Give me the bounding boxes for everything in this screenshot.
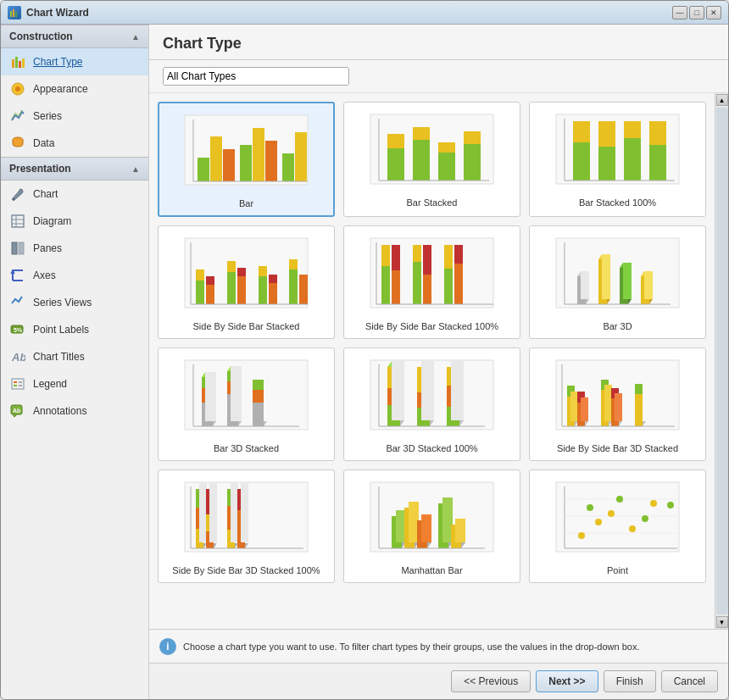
svg-rect-86 <box>423 245 431 275</box>
sidebar-item-annotations[interactable]: Ab Annotations <box>1 397 148 425</box>
chart-label-bar-stacked-100: Bar Stacked 100% <box>579 196 656 209</box>
sidebar-item-chart-type[interactable]: Chart Type <box>1 48 148 75</box>
svg-rect-75 <box>299 275 308 304</box>
svg-point-217 <box>595 519 602 525</box>
panes-label: Panes <box>33 242 62 254</box>
presentation-label: Presentation <box>9 163 71 175</box>
scroll-thumb[interactable] <box>716 108 728 614</box>
svg-rect-187 <box>231 483 238 542</box>
bar-chart-icon <box>9 53 26 70</box>
sidebar-item-diagram[interactable]: Diagram <box>1 208 148 235</box>
sidebar-item-legend[interactable]: Legend <box>1 370 148 397</box>
point-labels-label: Point Labels <box>33 324 89 336</box>
scroll-up[interactable]: ▲ <box>716 94 728 106</box>
scrollbar[interactable]: ▲ ▼ <box>715 93 728 629</box>
construction-section-header[interactable]: Construction ▲ <box>1 25 148 48</box>
sidebar-item-point-labels[interactable]: 5% Point Labels <box>1 316 148 343</box>
svg-rect-1 <box>13 9 14 17</box>
next-button[interactable]: Next >> <box>536 670 598 692</box>
svg-rect-80 <box>381 245 390 266</box>
svg-rect-31 <box>240 145 252 181</box>
svg-rect-41 <box>413 140 430 181</box>
presentation-section-header[interactable]: Presentation ▲ <box>1 157 148 181</box>
info-bar: i Choose a chart type you want to use. T… <box>149 629 728 663</box>
svg-rect-84 <box>413 245 421 262</box>
info-icon: i <box>159 638 176 655</box>
svg-rect-69 <box>259 276 267 304</box>
sidebar-item-chart[interactable]: Chart <box>1 181 148 208</box>
svg-rect-0 <box>10 11 12 17</box>
chart-card-side-by-side-3d[interactable]: Side By Side Bar 3D Stacked <box>529 347 706 461</box>
chart-card-bar-stacked-100[interactable]: Bar Stacked 100% <box>529 102 706 217</box>
svg-rect-28 <box>198 158 209 181</box>
prev-button[interactable]: << Previous <box>451 670 531 692</box>
cancel-button[interactable]: Cancel <box>661 670 718 692</box>
window-controls: — □ ✕ <box>672 6 721 19</box>
panes-icon <box>9 240 26 257</box>
sidebar-item-axes[interactable]: Axes <box>1 262 148 289</box>
svg-point-220 <box>650 500 657 507</box>
svg-rect-3 <box>12 59 14 68</box>
chart-thumb-side-by-side-100 <box>349 231 515 316</box>
chart-titles-icon: Ab <box>9 348 26 365</box>
sidebar-item-series[interactable]: Series <box>1 103 148 130</box>
chart-wizard-window: Chart Wizard — □ ✕ Construction ▲ Chart … <box>0 0 729 700</box>
sidebar-item-appearance[interactable]: Appearance <box>1 75 148 103</box>
chart-card-side-by-side-3d-100[interactable]: Side By Side Bar 3D Stacked 100% <box>158 469 335 583</box>
finish-button[interactable]: Finish <box>604 670 656 692</box>
chart-type-dropdown[interactable]: All Chart Types Bar Line Pie Area Point <box>163 67 349 86</box>
svg-rect-82 <box>392 245 400 270</box>
svg-rect-51 <box>573 121 590 142</box>
chart-label-manhattan: Manhattan Bar <box>401 564 462 577</box>
svg-rect-168 <box>635 394 643 426</box>
chart-thumb-bar-3d-stacked <box>164 353 329 438</box>
diagram-icon <box>9 213 26 230</box>
close-button[interactable]: ✕ <box>706 6 721 19</box>
restore-button[interactable]: □ <box>689 6 704 19</box>
chart-card-manhattan[interactable]: Manhattan Bar <box>343 469 520 583</box>
svg-text:5%: 5% <box>14 327 23 333</box>
svg-rect-194 <box>370 482 493 552</box>
svg-rect-105 <box>623 263 632 299</box>
svg-rect-53 <box>598 121 615 147</box>
chart-card-side-by-side[interactable]: Side By Side Bar Stacked <box>158 225 335 339</box>
svg-rect-30 <box>223 149 235 181</box>
svg-point-219 <box>629 525 636 532</box>
chart-card-bar-stacked[interactable]: Bar Stacked <box>343 102 520 217</box>
scroll-down[interactable]: ▼ <box>716 616 728 628</box>
sidebar-item-panes[interactable]: Panes <box>1 235 148 262</box>
chart-grid: Bar <box>149 93 715 629</box>
point-labels-icon: 5% <box>9 321 26 338</box>
svg-rect-63 <box>206 285 214 304</box>
svg-rect-88 <box>444 245 453 269</box>
chart-label-bar-stacked: Bar Stacked <box>407 196 458 209</box>
chart-card-bar-3d-stacked[interactable]: Bar 3D Stacked <box>158 347 335 461</box>
sidebar-item-chart-titles[interactable]: Ab Chart Titles <box>1 343 148 370</box>
chart-label-side-by-side-100: Side By Side Bar Stacked 100% <box>365 319 498 333</box>
svg-rect-203 <box>421 514 431 542</box>
svg-rect-166 <box>615 393 622 421</box>
chart-card-point[interactable]: Point <box>529 469 706 583</box>
legend-label: Legend <box>33 378 67 390</box>
chart-card-bar-3d[interactable]: Bar 3D <box>529 225 706 339</box>
svg-rect-5 <box>19 61 21 68</box>
chart-card-bar-3d-stacked-100[interactable]: Bar 3D Stacked 100% <box>343 347 520 461</box>
svg-rect-162 <box>604 385 612 421</box>
svg-point-8 <box>15 86 20 92</box>
title-bar: Chart Wizard — □ ✕ <box>1 1 728 25</box>
minimize-button[interactable]: — <box>672 6 687 19</box>
legend-icon <box>9 375 26 392</box>
sidebar-item-data[interactable]: Data <box>1 130 148 157</box>
svg-rect-20 <box>12 379 24 389</box>
chart-card-bar[interactable]: Bar <box>158 102 335 217</box>
svg-rect-67 <box>237 276 246 304</box>
svg-rect-6 <box>22 58 25 68</box>
axes-icon <box>9 267 26 284</box>
sidebar-item-series-views[interactable]: Series Views <box>1 289 148 316</box>
svg-rect-191 <box>241 483 248 542</box>
svg-rect-101 <box>602 254 610 299</box>
svg-rect-35 <box>295 132 307 181</box>
chart-thumb-manhattan <box>349 475 515 560</box>
chart-card-side-by-side-100[interactable]: Side By Side Bar Stacked 100% <box>343 225 520 339</box>
svg-point-10 <box>13 198 15 201</box>
